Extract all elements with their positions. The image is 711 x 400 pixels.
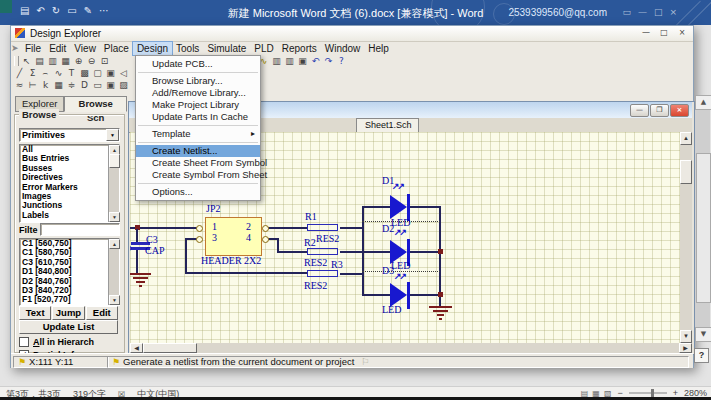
scrollbar-thumb[interactable] xyxy=(696,153,711,303)
outer-vscrollbar[interactable]: ▲ ▼ xyxy=(695,95,710,342)
edit-button[interactable]: Edit xyxy=(86,306,118,320)
ribbon-display-icon[interactable]: ▭ xyxy=(622,7,631,17)
mdi-close-button[interactable]: × xyxy=(670,104,689,117)
select-tool-icon[interactable]: ↖ xyxy=(21,56,32,67)
text-tool-icon[interactable]: T xyxy=(66,68,77,79)
scrollbar-thumb[interactable] xyxy=(143,343,197,353)
rect-tool-icon[interactable]: ▢ xyxy=(92,68,103,79)
menu-tools[interactable]: Tools xyxy=(172,42,203,55)
fill-tool-icon[interactable]: ▩ xyxy=(79,68,90,79)
component-item[interactable]: C1 [560,750] xyxy=(20,239,109,248)
part-body[interactable] xyxy=(307,270,338,277)
zoom-area-icon[interactable]: ⊡ xyxy=(99,56,110,67)
zoom-slider[interactable] xyxy=(629,392,667,394)
filter-input[interactable] xyxy=(40,223,120,236)
polygon-tool-icon[interactable]: Σ xyxy=(27,68,38,79)
print-icon[interactable]: ▦ xyxy=(60,56,71,67)
part-body[interactable] xyxy=(307,224,338,231)
menu-item-browse-library[interactable]: Browse Library... xyxy=(136,75,260,87)
account-email[interactable]: 2539399560@qq.com xyxy=(508,7,607,18)
scroll-up-icon[interactable]: ▲ xyxy=(109,239,120,249)
browse-sheets-icon[interactable]: ▥ xyxy=(284,56,295,67)
scroll-up-icon[interactable]: ▲ xyxy=(680,132,692,145)
net-label-tool-icon[interactable]: k xyxy=(40,80,51,91)
primitive-item[interactable]: Error Markers xyxy=(20,183,109,192)
bezier-tool-icon[interactable]: ∿ xyxy=(53,68,64,79)
text-button[interactable]: Text xyxy=(19,306,51,320)
component-item[interactable]: C3 [610,750] xyxy=(20,258,109,267)
menu-item-create-netlist[interactable]: Create Netlist... xyxy=(136,145,260,157)
tab-browse-sch[interactable]: Browse Sch xyxy=(64,96,127,112)
scroll-right-icon[interactable]: ▶ xyxy=(679,343,692,353)
canvas-hscrollbar[interactable]: ◀ ▶ xyxy=(130,343,692,353)
array-tool-icon[interactable]: ▭ xyxy=(92,80,103,91)
menu-item-create-sheet-from-symbol[interactable]: Create Sheet From Symbol xyxy=(136,157,260,169)
list-scrollbar[interactable]: ▲ ▼ xyxy=(108,145,119,222)
dropdown-item[interactable] xyxy=(138,125,258,126)
menu-pld[interactable]: PLD xyxy=(250,42,277,55)
menu-item-add-remove-library[interactable]: Add/Remove Library... xyxy=(136,87,260,99)
zoom-out-icon[interactable]: ⊖ xyxy=(86,56,97,67)
de-titlebar[interactable]: Design Explorer —□× xyxy=(11,26,693,42)
undo-icon[interactable]: ↶ xyxy=(310,56,321,67)
mdi-minimize-button[interactable]: — xyxy=(630,104,649,117)
place-part-tool-icon[interactable]: ▦ xyxy=(53,80,64,91)
primitive-item[interactable]: Junctions xyxy=(20,201,109,210)
combobox-dropdown-icon[interactable]: ▼ xyxy=(106,129,119,141)
arc-tool-icon[interactable]: ⌢ xyxy=(40,68,51,79)
menu-item-update-parts-in-cache[interactable]: Update Parts In Cache xyxy=(136,111,260,123)
menu-item-options[interactable]: Options... xyxy=(136,186,260,198)
polygon-fill-tool-icon[interactable]: ◁ xyxy=(118,68,129,79)
paste-array-tool-icon[interactable]: ▣ xyxy=(105,80,116,91)
primitive-item[interactable]: Directives xyxy=(20,173,109,182)
de-maximize-button[interactable]: □ xyxy=(656,27,672,38)
menu-window[interactable]: Window xyxy=(321,42,365,55)
checkbox-icon[interactable] xyxy=(19,337,29,347)
maximize-button[interactable]: □ xyxy=(654,7,663,17)
scroll-up-icon[interactable]: ▲ xyxy=(695,95,711,110)
menu-reports[interactable]: Reports xyxy=(278,42,321,55)
document-tab[interactable]: Sheet1.Sch xyxy=(356,118,419,132)
menu-design[interactable]: Design xyxy=(133,42,172,55)
menu-edit[interactable]: Edit xyxy=(45,42,70,55)
menu-help[interactable]: Help xyxy=(364,42,393,55)
line-tool-icon[interactable]: ╱ xyxy=(14,68,25,79)
junction-tool-icon[interactable]: D xyxy=(79,80,90,91)
primitive-item[interactable]: Images xyxy=(20,192,109,201)
scroll-down-icon[interactable]: ▼ xyxy=(109,295,120,305)
scrollbar-thumb[interactable] xyxy=(109,154,120,168)
scroll-down-icon[interactable]: ▼ xyxy=(695,327,711,342)
menu-item-update-pcb[interactable]: Update PCB... xyxy=(136,58,260,70)
zoom-slider-thumb[interactable] xyxy=(651,389,654,397)
part-body[interactable] xyxy=(307,248,338,255)
minimize-button[interactable]: — xyxy=(638,7,647,17)
menu-view[interactable]: View xyxy=(70,42,100,55)
de-minimize-button[interactable]: — xyxy=(638,27,654,38)
menu-item-make-project-library[interactable]: Make Project Library xyxy=(136,99,260,111)
primitive-item[interactable]: All xyxy=(20,145,109,154)
component-item[interactable]: D3 [840,720] xyxy=(20,286,109,295)
tile-windows-icon[interactable]: ▣ xyxy=(297,56,308,67)
wire-tool-icon[interactable]: ≈ xyxy=(14,80,25,91)
menu-system-icon[interactable]: ➤ xyxy=(11,43,19,53)
browse-library-icon[interactable]: ▥ xyxy=(271,56,282,67)
update-list-button[interactable]: Update List xyxy=(19,320,118,334)
dropdown-item[interactable] xyxy=(138,72,258,73)
all-in-hierarchy-checkbox[interactable]: All in Hierarch xyxy=(19,337,94,347)
help-indicator[interactable]: ? xyxy=(694,348,709,363)
canvas-vscrollbar[interactable]: ▲ ▼ xyxy=(680,132,692,343)
primitive-item[interactable]: Labels xyxy=(20,211,109,220)
toolbar-grip[interactable] xyxy=(14,56,19,66)
filled-rect-tool-icon[interactable]: ▣ xyxy=(105,68,116,79)
menu-place[interactable]: Place xyxy=(100,42,133,55)
menu-item-template[interactable]: Template▸ xyxy=(136,128,260,140)
menu-item-create-symbol-from-sheet[interactable]: Create Symbol From Sheet xyxy=(136,169,260,181)
component-item[interactable]: D2 [840,760] xyxy=(20,277,109,286)
list-scrollbar[interactable]: ▲ ▼ xyxy=(108,239,119,305)
redo-icon[interactable]: ↷ xyxy=(323,56,334,67)
open-document-icon[interactable]: ▤ xyxy=(34,56,45,67)
dropdown-item[interactable] xyxy=(138,142,258,143)
de-close-button[interactable]: × xyxy=(674,27,690,38)
power-port-tool-icon[interactable]: ≑ xyxy=(66,80,77,91)
menu-file[interactable]: File xyxy=(21,42,45,55)
